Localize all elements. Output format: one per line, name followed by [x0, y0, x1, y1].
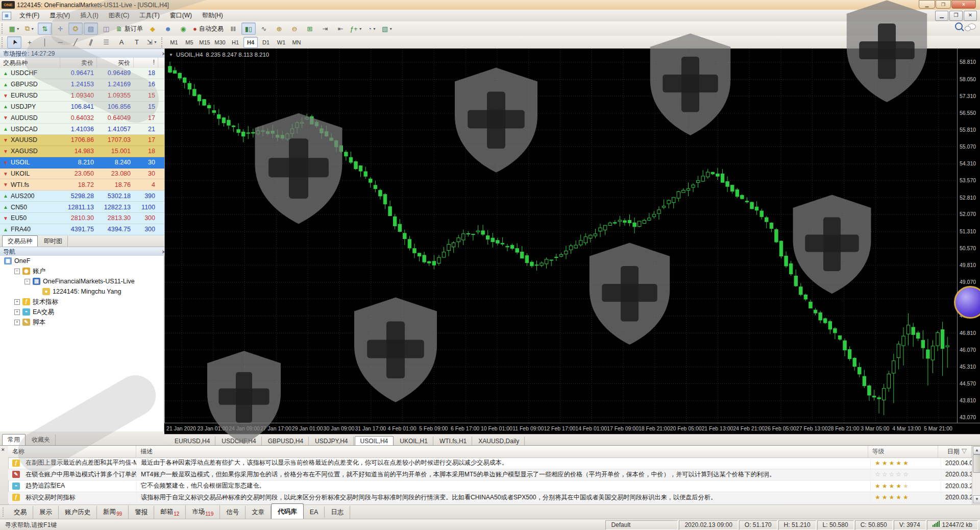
menu-item-2[interactable]: 插入(I): [75, 10, 103, 21]
auto-scroll-button[interactable]: ⇥: [318, 22, 332, 35]
period-button-M1[interactable]: M1: [167, 37, 181, 48]
market-watch-column-2[interactable]: 买价: [97, 58, 134, 68]
fibonacci-button[interactable]: ☰: [99, 36, 113, 49]
codebase-row-1[interactable]: ✎在锁仓账户中用单边模式计算多个订单的价格MT4账户一般是双边模式，但如果你采用…: [8, 469, 972, 481]
chart-tab-USDCHF,H4[interactable]: USDCHF,H4: [216, 437, 261, 446]
indicators-button[interactable]: ƒ+▼: [349, 22, 364, 35]
period-button-M5[interactable]: M5: [182, 37, 197, 48]
tree-item-0[interactable]: ▦OneF: [0, 256, 164, 266]
navigator-toggle[interactable]: ✪: [68, 22, 83, 35]
codebase-row-2[interactable]: ◓趋势追踪型EA它不会频繁建仓，他只会根据固定形态建仓。★★★★★2020.03…: [8, 480, 972, 492]
codebase-close-icon[interactable]: ✕: [1, 447, 5, 452]
cursor-button[interactable]: ➤: [7, 36, 21, 49]
codebase-column-3[interactable]: 日期 ▽: [938, 446, 972, 457]
text-button[interactable]: A: [114, 36, 129, 49]
terminal-tab-新闻[interactable]: 新闻99: [97, 505, 129, 519]
tree-item-6[interactable]: +✎脚本: [0, 317, 164, 327]
codebase-column-2[interactable]: 等级: [868, 446, 939, 457]
navigator-tab-收藏夹[interactable]: 收藏夹: [27, 435, 56, 445]
chart-tab-GBPUSD,H4[interactable]: GBPUSD,H4: [263, 437, 309, 446]
period-button-H4[interactable]: H4: [243, 37, 258, 48]
market-watch-row-CN50[interactable]: ▲CN5012811.1312822.131100: [0, 202, 164, 213]
minimize-button[interactable]: ▁: [919, 0, 935, 9]
channel-button[interactable]: ∥: [84, 36, 98, 49]
bar-chart-button[interactable]: ǁǁ: [226, 22, 240, 35]
codebase-row-3[interactable]: ƒ标识交易时间指标该指标用于自定义标识交易品种标准的交易时间段，以此来区分分析标…: [8, 492, 972, 504]
mdi-restore-button[interactable]: ❐: [949, 11, 963, 21]
expand-icon[interactable]: +: [14, 309, 20, 315]
terminal-tab-展示[interactable]: 展示: [33, 506, 59, 519]
mdi-minimize-button[interactable]: ▁: [935, 11, 948, 21]
period-button-D1[interactable]: D1: [259, 37, 273, 48]
tree-item-2[interactable]: −▥OneFinancialMarkets-US11-Live: [0, 276, 164, 286]
market-watch-column-0[interactable]: 交易品种: [0, 58, 60, 68]
market-watch-row-GBPUSD[interactable]: ▲GBPUSD1.241531.2416916: [0, 79, 164, 90]
search-icon[interactable]: [955, 22, 963, 30]
chat-icon[interactable]: [968, 23, 976, 30]
navigator-tab-常用[interactable]: 常用: [2, 434, 26, 446]
menu-item-0[interactable]: 文件(F): [14, 10, 44, 21]
market-watch-row-AUDUSD[interactable]: ▼AUDUSD0.640320.6404917: [0, 112, 164, 124]
collapse-icon[interactable]: −: [24, 279, 30, 284]
chart-tab-WTI.fs,H1[interactable]: WTI.fs,H1: [434, 437, 472, 446]
chart-window-icon[interactable]: ▦: [2, 12, 11, 20]
codebase-row-0[interactable]: ƒ在副图上显示最近的点差图和其平均值-MT4指标最近由于各种因素浮动点差有些扩大…: [8, 457, 972, 469]
terminal-tab-信号[interactable]: 信号: [220, 506, 246, 519]
arrows-button[interactable]: ⇲▼: [145, 36, 159, 49]
tree-item-1[interactable]: −◉账户: [0, 266, 164, 276]
autotrading-button[interactable]: ●自动交易: [191, 22, 225, 35]
terminal-tab-代码库[interactable]: 代码库: [271, 503, 304, 519]
market-watch-row-XAUUSD[interactable]: ▼XAUUSD1706.861707.0317: [0, 135, 164, 146]
chart-tab-UKOIL,H1[interactable]: UKOIL,H1: [395, 437, 433, 446]
new-order-button[interactable]: 🗎新订单: [114, 22, 144, 35]
terminal-tab-EA[interactable]: EA: [304, 507, 325, 518]
terminal-tab-文章[interactable]: 文章: [246, 506, 271, 519]
candlestick-chart[interactable]: [165, 49, 957, 423]
expand-icon[interactable]: +: [14, 320, 20, 325]
menu-item-6[interactable]: 帮助(H): [197, 10, 228, 21]
close-button[interactable]: ✕: [951, 0, 976, 9]
market-watch-tab-即时图[interactable]: 即时图: [39, 236, 68, 247]
metaeditor-button[interactable]: ◆: [145, 22, 160, 35]
menu-item-4[interactable]: 工具(T): [134, 10, 164, 21]
price-axis[interactable]: 58.81058.05057.31056.55055.81055.07054.3…: [957, 49, 980, 423]
tile-windows-button[interactable]: ⊞: [303, 22, 317, 35]
menu-item-3[interactable]: 图表(C): [104, 10, 135, 21]
collapse-icon[interactable]: −: [14, 269, 20, 274]
mdi-close-button[interactable]: ✕: [964, 11, 977, 21]
scroll-down-icon[interactable]: ▼: [973, 495, 980, 503]
toolbox-grip[interactable]: [3, 508, 6, 517]
scroll-up-icon[interactable]: ▲: [973, 446, 980, 454]
market-watch-row-EU50[interactable]: ▼EU502810.302813.30300: [0, 213, 164, 224]
market-watch-row-EURUSD[interactable]: ▼EURUSD1.093401.0935515: [0, 90, 164, 102]
chart-plot[interactable]: ▼ USOIL,H4 8.235 8.247 8.113 8.210: [165, 49, 957, 423]
market-watch-column-3[interactable]: !: [134, 58, 158, 68]
menu-item-1[interactable]: 显示(V): [44, 10, 75, 21]
periods-button[interactable]: ◔▼: [365, 22, 379, 35]
market-watch-row-WTI.fs[interactable]: ▼WTI.fs18.7218.764: [0, 179, 164, 190]
crosshair-button[interactable]: ＋: [22, 36, 37, 49]
market-watch-tab-交易品种[interactable]: 交易品种: [2, 235, 38, 247]
terminal-tab-邮箱[interactable]: 邮箱12: [154, 505, 186, 519]
market-watch-column-1[interactable]: 卖价: [60, 58, 97, 68]
line-chart-button[interactable]: ∿: [257, 22, 271, 35]
period-button-W1[interactable]: W1: [274, 37, 288, 48]
market-watch-row-USDCHF[interactable]: ▲USDCHF0.964710.9648918: [0, 68, 164, 79]
trendline-button[interactable]: ╱: [68, 36, 83, 49]
scrollbar-thumb[interactable]: [973, 454, 980, 473]
market-watch-row-AUS200[interactable]: ▲AUS2005298.285302.18390: [0, 190, 164, 202]
market-watch-row-USDCAD[interactable]: ▲USDCAD1.410361.4105721: [0, 124, 164, 135]
templates-button[interactable]: ▧▼: [380, 22, 395, 35]
market-watch-row-USOIL[interactable]: ▼USOIL8.2108.24030: [0, 157, 164, 168]
codebase-column-0[interactable]: 名称: [8, 446, 136, 457]
market-watch-row-UKOIL[interactable]: ▼UKOIL23.05023.08030: [0, 168, 164, 180]
status-profile[interactable]: Default: [605, 520, 678, 530]
zoom-in-button[interactable]: ⊕: [272, 22, 286, 35]
profiles-button[interactable]: ⧉▼: [22, 22, 37, 35]
period-button-M15[interactable]: M15: [198, 37, 212, 48]
chart-tab-USOIL,H4[interactable]: USOIL,H4: [355, 436, 394, 446]
time-axis[interactable]: 21 Jan 202023 Jan 01:0024 Jan 09:0027 Ja…: [164, 423, 980, 435]
new-chart-button[interactable]: ▦▼: [7, 22, 21, 35]
market-watch-row-XAGUSD[interactable]: ▼XAGUSD14.98315.00118: [0, 146, 164, 157]
publish-button[interactable]: ☻: [161, 22, 175, 35]
